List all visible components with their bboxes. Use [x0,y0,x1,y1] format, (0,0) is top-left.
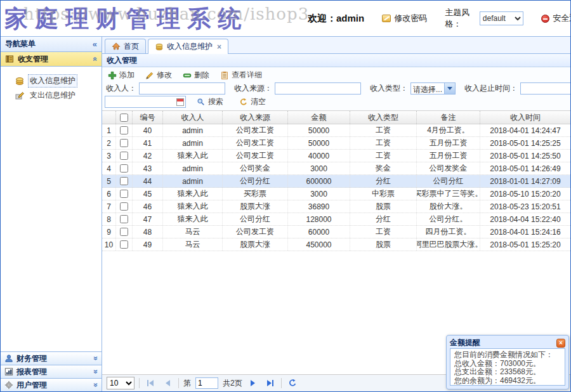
add-icon [108,71,117,80]
date-from-input[interactable] [521,83,571,94]
pager-separator [281,378,282,388]
row-checkbox[interactable] [120,228,128,236]
cell-type: 奖金 [350,162,417,174]
cell-amount: 60000 [288,226,350,238]
chevron-down-icon: « [91,383,100,388]
page-prefix: 第 [183,378,191,389]
search-label: 搜索 [208,96,223,107]
cell-type: 工资 [350,124,417,136]
sidebar-group-user[interactable]: 用户管理 « [1,378,102,391]
theme-group: 主题风格： default [445,7,523,30]
coins-icon [155,42,164,51]
page-size-select[interactable]: 10 [107,377,135,389]
last-page-button[interactable] [264,377,277,389]
cell-note: 公司发奖金 [417,162,480,174]
row-checkbox[interactable] [120,202,128,211]
change-password-button[interactable]: 修改密码 [382,13,427,24]
row-checkbox[interactable] [120,164,128,173]
sidebar-collapse-icon[interactable]: « [93,39,97,49]
group-label: 用户管理 [16,380,47,391]
date-to-input[interactable] [105,96,173,107]
clear-icon [239,98,248,107]
row-checkbox[interactable] [120,152,128,160]
page-number-input[interactable] [195,377,218,389]
select-all-checkbox[interactable] [120,114,128,122]
tab-label: 首页 [124,41,139,52]
row-checkbox[interactable] [120,139,128,147]
table-row[interactable]: 847猿来入此公司分红128000分红公司分红。2018-04-04 15:22… [102,213,570,226]
cell-id: 44 [133,175,163,187]
table-row[interactable]: 140admin公司发工资50000工资4月份工资。2018-04-01 14:… [102,124,570,137]
delete-button[interactable]: 删除 [180,69,214,82]
sidebar-item-expense-maintenance[interactable]: 支出信息维护 [1,88,102,103]
tab-income-maintenance[interactable]: 收入信息维护 × [148,39,228,54]
next-page-icon [251,380,255,386]
table-row[interactable]: 342猿来入此公司发工资40000工资五月份工资2018-05-01 14:25… [102,150,570,162]
chevron-down-icon[interactable] [444,83,455,94]
theme-label: 主题风格： [445,7,476,30]
column-header-person[interactable]: 收入人 [163,111,223,124]
table-row[interactable]: 443admin公司奖金3000奖金公司发奖金2018-05-01 14:26:… [102,162,570,175]
tab-close-icon[interactable]: × [217,42,221,51]
income-type-select[interactable]: 请选择... [410,82,456,95]
row-checkbox[interactable] [120,126,128,134]
row-number: 3 [102,150,116,162]
view-detail-button[interactable]: 查看详细 [217,69,267,82]
cell-type: 分红 [350,213,417,225]
table-row[interactable]: 948马云公司发工资60000工资四月份工资。2018-04-01 15:24:… [102,226,570,238]
cell-time: 2018-05-01 15:25:20 [480,238,570,251]
logout-button[interactable]: 安全退出 [541,13,571,24]
cell-person: admin [163,137,223,149]
table-row[interactable]: 544admin公司分红600000分红公司分红2018-01-01 14:27… [102,175,570,188]
add-button[interactable]: 添加 [105,69,140,82]
refresh-button[interactable] [286,377,299,389]
tab-home[interactable]: 首页 [105,39,146,53]
calendar-icon[interactable] [176,98,184,106]
cell-amount: 50000 [288,124,350,136]
income-person-input[interactable] [139,82,225,95]
search-icon [197,98,206,107]
panel-title-text: 收入管理 [107,55,137,66]
last-page-icon [272,380,273,386]
table-row[interactable]: 241admin公司发工资50000工资五月份工资2018-05-01 14:2… [102,137,570,150]
column-header-source[interactable]: 收入来源 [223,111,288,124]
close-icon[interactable]: × [556,339,565,348]
username: admin [336,13,364,23]
cell-amount: 3000 [288,162,350,174]
theme-select[interactable]: default [480,11,523,25]
popup-header: 金额提醒 × [450,337,565,348]
add-label: 添加 [119,70,135,81]
cell-time: 2018-05-10 15:20:20 [480,188,570,200]
row-checkbox[interactable] [120,215,128,223]
table-row[interactable]: 1049马云股票大涨450000股票阿里巴巴股票大涨。2018-05-01 15… [102,238,570,251]
row-checkbox[interactable] [120,177,128,185]
sidebar-group-report[interactable]: 报表管理 « [1,365,102,378]
column-header-time[interactable]: 收入时间 [480,111,570,124]
sidebar-group-income-expense[interactable]: 收支管理 « [1,52,102,67]
sidebar-item-income-maintenance[interactable]: 收入信息维护 [1,74,102,88]
column-header-note[interactable]: 备注 [417,111,480,124]
column-header-id[interactable]: 编号 [133,111,163,124]
income-source-input[interactable] [275,82,361,95]
cell-amount: 36890 [288,200,350,212]
first-page-button[interactable] [144,377,157,389]
prev-page-button[interactable] [161,377,174,389]
popup-line: 您目前的消费金额情况如下： [454,351,561,360]
search-button[interactable]: 搜索 [194,95,228,108]
edit-button[interactable]: 修改 [142,69,177,82]
app-title-block: 家庭理财管理系统 https://www.huzhan.com/ishop337… [4,2,308,35]
cell-note: 五月份工资 [417,137,480,149]
column-header-type[interactable]: 收入类型 [350,111,417,124]
row-checkbox[interactable] [120,240,128,249]
table-row[interactable]: 746猿来入此股票大涨36890股票股价大涨。2018-05-23 15:20:… [102,200,570,213]
column-header-amount[interactable]: 金额 [288,111,350,124]
table-row[interactable]: 645猿来入此买彩票3000中彩票买彩票中了三等奖。2018-05-10 15:… [102,188,570,200]
row-checkbox[interactable] [120,190,128,198]
clear-button[interactable]: 清空 [236,95,271,108]
cell-person: 猿来入此 [163,150,223,162]
amount-reminder-popup: 金额提醒 × 您目前的消费金额情况如下： 总收入金额：703000元。 总支出金… [446,335,569,389]
next-page-button[interactable] [247,377,259,389]
cell-note: 五月份工资 [417,150,480,162]
sidebar-group-finance[interactable]: 财务管理 « [1,351,102,365]
cell-source: 股票大涨 [223,200,288,212]
